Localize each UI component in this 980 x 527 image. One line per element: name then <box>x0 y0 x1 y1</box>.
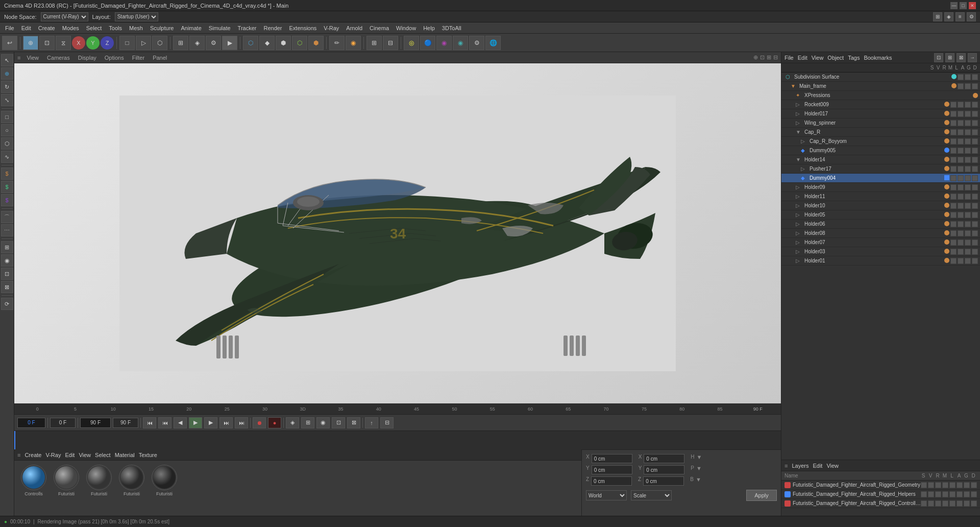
obj-icon3[interactable]: ⊠ <box>957 53 966 62</box>
obj-row-subdivision[interactable]: ⬡ Subdivision Surface <box>781 73 980 82</box>
menu-help[interactable]: Help <box>420 24 438 32</box>
obj-row-holder08[interactable]: ▷ Holder08 <box>781 229 980 238</box>
obj-row-wing-spinner[interactable]: ▷ Wing_spinner <box>781 118 980 128</box>
obj-row-holder10[interactable]: ▷ Holder10 <box>781 201 980 210</box>
end-frame-input[interactable] <box>113 418 138 428</box>
btn-next-frame[interactable]: ▶ <box>204 417 217 428</box>
coord-system-select[interactable]: World <box>586 490 627 500</box>
menu-3dtoall[interactable]: 3DToAll <box>439 24 464 32</box>
vp-filter[interactable]: Filter <box>130 54 146 62</box>
btn-keyframe3[interactable]: ◉ <box>316 417 330 428</box>
btn-prev-key[interactable]: ⏮ <box>158 417 172 428</box>
ns-icon-4[interactable]: ⚙ <box>967 12 976 21</box>
btn-prev-frame[interactable]: ◀ <box>174 417 187 428</box>
toolbar-pen[interactable]: ✏ <box>329 36 345 50</box>
obj-row-dummy005[interactable]: ◆ Dummy005 <box>781 146 980 155</box>
vp-icon3[interactable]: ⊞ <box>767 54 771 61</box>
obj-row-holder09[interactable]: ▷ Holder09 <box>781 183 980 192</box>
toolbar-geo1[interactable]: ⬡ <box>243 36 258 50</box>
btn-record2[interactable]: ● <box>268 417 281 428</box>
tool-sphere[interactable]: ○ <box>1 124 13 136</box>
obj-tags-tab[interactable]: Tags <box>848 55 860 61</box>
toolbar-paint[interactable]: ◉ <box>346 36 361 50</box>
obj-row-holder11[interactable]: ▷ Holder11 <box>781 192 980 201</box>
obj-icon2[interactable]: ⊞ <box>945 53 954 62</box>
layer-row-geometry[interactable]: Futuristic_Damaged_Fighter_Aircraft_Rigg… <box>781 481 980 490</box>
toolbar-y-mode[interactable]: Y <box>86 36 100 50</box>
btn-keyframe1[interactable]: ◈ <box>286 417 299 428</box>
obj-row-main-frame[interactable]: ▼ Main_frame <box>781 82 980 91</box>
transform-b-icon[interactable]: ▼ <box>696 476 701 486</box>
layers-tab[interactable]: Layers <box>792 463 808 469</box>
transform-x-input[interactable]: 0 cm <box>592 454 632 463</box>
mat-item-2[interactable]: Futuristi <box>51 465 82 512</box>
obj-view-tab[interactable]: View <box>812 55 824 61</box>
vp-icon2[interactable]: ⊡ <box>760 54 765 61</box>
obj-row-holder01[interactable]: ▷ Holder01 <box>781 256 980 266</box>
toolbar-light[interactable]: ◎ <box>404 36 419 50</box>
ns-icon-1[interactable]: ⊞ <box>933 12 942 21</box>
layers-menu-icon[interactable]: ≡ <box>785 463 788 469</box>
tool-mat-s3[interactable]: $ <box>1 194 13 206</box>
toolbar-tool3[interactable]: ⧖ <box>56 36 71 50</box>
menu-animate[interactable]: Animate <box>178 24 204 32</box>
obj-object-tab[interactable]: Object <box>827 55 844 61</box>
obj-row-cap-r[interactable]: ▼ Cap_R <box>781 128 980 137</box>
btn-next-key[interactable]: ⏭ <box>219 417 233 428</box>
toolbar-icon4[interactable]: ◉ <box>453 36 468 50</box>
obj-row-xpressions[interactable]: ✦ XPressions <box>781 91 980 100</box>
obj-icon4[interactable]: → <box>968 53 977 62</box>
mat-select[interactable]: Select <box>95 452 111 458</box>
obj-row-holder05[interactable]: ▷ Holder05 <box>781 210 980 220</box>
btn-keyframe2[interactable]: ⊞ <box>301 417 314 428</box>
layers-view-tab[interactable]: View <box>826 463 839 469</box>
menu-modes[interactable]: Modes <box>59 24 82 32</box>
toolbar-cam[interactable]: ⊟ <box>383 36 398 50</box>
layout-select[interactable]: Startup (User) <box>115 12 158 21</box>
toolbar-z-mode[interactable]: Z <box>101 36 114 50</box>
btn-keyframe4[interactable]: ⊡ <box>332 417 345 428</box>
tool-cam2[interactable]: ◉ <box>1 254 13 267</box>
layer-row-helpers[interactable]: Futuristic_Damaged_Fighter_Aircraft_Rigg… <box>781 490 980 499</box>
node-space-select[interactable]: Current (V-Ray) <box>41 12 88 21</box>
menu-mesh[interactable]: Mesh <box>126 24 146 32</box>
vp-cameras[interactable]: Cameras <box>45 54 72 62</box>
vp-options[interactable]: Options <box>103 54 126 62</box>
tool-arrow[interactable]: ⟳ <box>1 298 13 310</box>
obj-edit-tab[interactable]: Edit <box>798 55 807 61</box>
transform-z-input[interactable]: 0 cm <box>591 476 632 486</box>
toolbar-geo2[interactable]: ◆ <box>259 36 275 50</box>
transform-y2-input[interactable]: 0 cm <box>644 465 684 474</box>
toolbar-tool2[interactable]: ⊡ <box>39 36 55 50</box>
obj-row-holder017[interactable]: ▷ Holder017 <box>781 109 980 118</box>
obj-file-tab[interactable]: File <box>785 55 794 61</box>
minimize-button[interactable]: — <box>950 2 958 9</box>
toolbar-geo4[interactable]: ⬡ <box>292 36 307 50</box>
obj-bookmarks-tab[interactable]: Bookmarks <box>864 55 892 61</box>
btn-go-start[interactable]: ⏮ <box>143 417 156 428</box>
mat-create[interactable]: Create <box>24 452 41 458</box>
btn-go-end[interactable]: ⏭ <box>235 417 248 428</box>
transform-z2-input[interactable]: 0 cm <box>643 476 684 486</box>
menu-window[interactable]: Window <box>393 24 419 32</box>
menu-arnold[interactable]: Arnold <box>343 24 365 32</box>
obj-icon1[interactable]: ⊡ <box>934 53 943 62</box>
btn-motion1[interactable]: ↑ <box>365 417 378 428</box>
menu-simulate[interactable]: Simulate <box>206 24 234 32</box>
ns-icon-3[interactable]: ≡ <box>955 12 965 21</box>
mat-edit[interactable]: Edit <box>65 452 75 458</box>
mat-item-1[interactable]: Controlls <box>18 465 49 512</box>
tool-spline[interactable]: ∿ <box>1 151 13 163</box>
mat-item-5[interactable]: Futuristi <box>149 465 180 512</box>
tool-cam4[interactable]: ⊠ <box>1 281 13 293</box>
btn-record[interactable]: ⏺ <box>253 417 266 428</box>
vp-icon1[interactable]: ⊕ <box>753 54 758 61</box>
viewport[interactable]: 34 <box>14 63 781 403</box>
toolbar-geo5[interactable]: ⬢ <box>308 36 324 50</box>
obj-row-dummy004[interactable]: ◆ Dummy004 <box>781 174 980 183</box>
obj-row-pusher17[interactable]: ▷ Pusher17 <box>781 164 980 174</box>
ns-icon-2[interactable]: ◈ <box>944 12 953 21</box>
vp-view[interactable]: View <box>24 54 41 62</box>
menu-tools[interactable]: Tools <box>106 24 125 32</box>
vp-panel[interactable]: Panel <box>151 54 169 62</box>
